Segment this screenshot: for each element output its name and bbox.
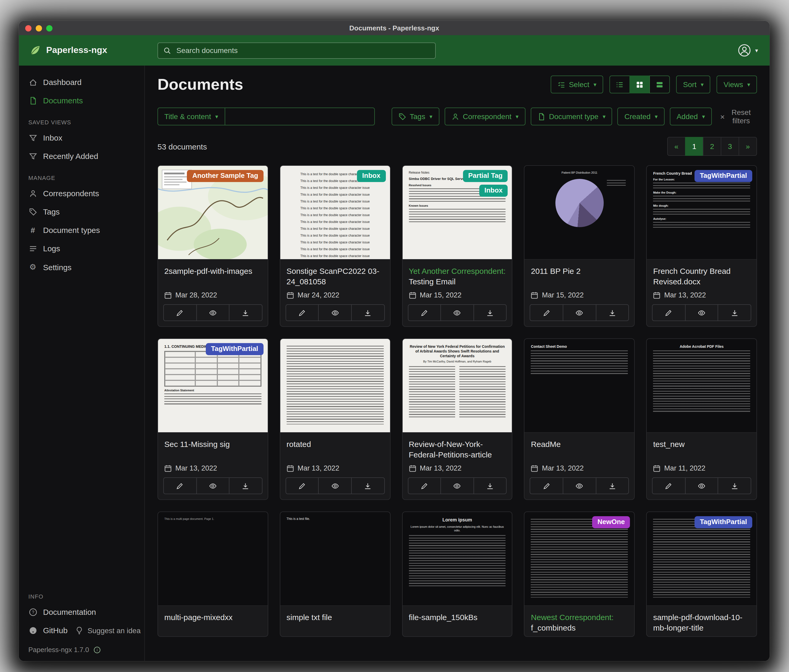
tag-badge[interactable]: NewOne bbox=[592, 516, 630, 528]
search-input[interactable] bbox=[175, 46, 430, 55]
document-card[interactable]: This is a test for the double space char… bbox=[280, 165, 391, 327]
document-card[interactable]: 1.1. CONTINUING MEDICAL EDUCAAttestation… bbox=[158, 338, 268, 500]
search-box[interactable] bbox=[158, 42, 436, 59]
sidebar-item-correspondents[interactable]: Correspondents bbox=[19, 184, 144, 202]
pagination-prev-button[interactable]: « bbox=[667, 137, 685, 156]
pagination-page-3[interactable]: 3 bbox=[721, 137, 739, 156]
tag-badge[interactable]: Inbox bbox=[479, 185, 508, 197]
card-thumbnail[interactable]: Lorem ipsumLorem ipsum dolor sit amet, c… bbox=[402, 512, 512, 606]
tag-badge[interactable]: Another Sample Tag bbox=[187, 170, 264, 182]
sidebar-item-github[interactable]: GitHub bbox=[19, 621, 70, 640]
document-card[interactable]: Release NotesSimba ODBC Driver for SQL S… bbox=[402, 165, 513, 327]
sort-button[interactable]: Sort ▾ bbox=[676, 76, 710, 93]
close-window-button[interactable] bbox=[25, 25, 32, 31]
select-button[interactable]: Select ▾ bbox=[550, 76, 603, 93]
document-card[interactable]: Adobe Acrobat PDF Files test_new Mar 11,… bbox=[646, 338, 757, 500]
card-title[interactable]: multi-page-mixedxx bbox=[158, 606, 268, 636]
download-document-button[interactable] bbox=[351, 305, 384, 320]
card-thumbnail[interactable]: TagWithPartial bbox=[647, 512, 757, 606]
view-document-button[interactable] bbox=[563, 305, 596, 320]
view-document-button[interactable] bbox=[685, 478, 718, 494]
edit-document-button[interactable] bbox=[408, 478, 441, 494]
card-title[interactable]: 2sample-pdf-with-images bbox=[158, 260, 268, 290]
card-title[interactable]: Newest Correspondent: f_combineds bbox=[525, 606, 634, 636]
card-title[interactable]: simple txt file bbox=[280, 606, 390, 636]
card-thumbnail[interactable] bbox=[280, 339, 390, 433]
card-correspondent[interactable]: Newest Correspondent: bbox=[531, 613, 614, 622]
view-mode-details-button[interactable] bbox=[610, 76, 630, 93]
view-document-button[interactable] bbox=[196, 478, 229, 494]
card-thumbnail[interactable]: NewOne bbox=[525, 512, 634, 606]
views-button[interactable]: Views ▾ bbox=[717, 76, 757, 93]
user-menu[interactable]: ▾ bbox=[738, 43, 770, 57]
view-mode-cards-button[interactable] bbox=[649, 76, 670, 93]
filter-created-button[interactable]: Created ▾ bbox=[618, 108, 664, 125]
sidebar-item-dashboard[interactable]: Dashboard bbox=[19, 73, 144, 91]
edit-document-button[interactable] bbox=[653, 478, 685, 494]
document-card[interactable]: Another Sample Tag 2sample-pdf-with-imag… bbox=[158, 165, 268, 327]
sidebar-item-document-types[interactable]: # Document types bbox=[19, 221, 144, 239]
filter-tags-button[interactable]: Tags ▾ bbox=[391, 108, 439, 125]
download-document-button[interactable] bbox=[596, 478, 628, 494]
download-document-button[interactable] bbox=[473, 478, 506, 494]
sidebar-item-recently-added[interactable]: Recently Added bbox=[19, 147, 144, 165]
view-document-button[interactable] bbox=[441, 478, 473, 494]
download-document-button[interactable] bbox=[473, 305, 506, 320]
sidebar-item-tags[interactable]: Tags bbox=[19, 202, 144, 221]
card-title[interactable]: 2011 BP Pie 2 bbox=[525, 260, 634, 290]
brand[interactable]: Paperless-ngx bbox=[29, 45, 145, 56]
edit-document-button[interactable] bbox=[286, 305, 318, 320]
document-card[interactable]: NewOne Newest Correspondent: f_combineds bbox=[524, 511, 635, 637]
sidebar-item-settings[interactable]: ⚙ Settings bbox=[19, 258, 144, 277]
view-document-button[interactable] bbox=[318, 305, 351, 320]
edit-document-button[interactable] bbox=[530, 478, 563, 494]
card-title[interactable]: sample-pdf-download-10-mb-longer-title bbox=[647, 606, 757, 636]
filter-field-button[interactable]: Title & content ▾ bbox=[158, 108, 225, 125]
card-title[interactable]: Sonstige ScanPC2022 03-24_081058 bbox=[280, 260, 390, 290]
document-card[interactable]: Patient BP Distribution 2011 2011 BP Pie… bbox=[524, 165, 635, 327]
filter-added-button[interactable]: Added ▾ bbox=[670, 108, 712, 125]
document-card[interactable]: Lorem ipsumLorem ipsum dolor sit amet, c… bbox=[402, 511, 513, 637]
card-correspondent[interactable]: Yet Another Correspondent: bbox=[409, 266, 506, 275]
document-card[interactable]: French Country BreadFor the Lesson:Make … bbox=[646, 165, 757, 327]
document-card[interactable]: This is a test file. simple txt file bbox=[280, 511, 391, 637]
edit-document-button[interactable] bbox=[164, 305, 196, 320]
pagination-page-2[interactable]: 2 bbox=[703, 137, 721, 156]
tag-badge[interactable]: Partial Tag bbox=[463, 170, 508, 182]
view-document-button[interactable] bbox=[563, 478, 596, 494]
card-thumbnail[interactable]: Adobe Acrobat PDF Files bbox=[647, 339, 757, 433]
card-thumbnail[interactable]: Patient BP Distribution 2011 bbox=[525, 166, 634, 260]
card-title[interactable]: Review-of-New-York-Federal-Petitions-art… bbox=[402, 433, 512, 463]
download-document-button[interactable] bbox=[596, 305, 628, 320]
edit-document-button[interactable] bbox=[653, 305, 685, 320]
download-document-button[interactable] bbox=[718, 305, 751, 320]
edit-document-button[interactable] bbox=[286, 478, 318, 494]
minimize-window-button[interactable] bbox=[36, 25, 42, 31]
card-title[interactable]: French Country Bread Revised.docx bbox=[647, 260, 757, 290]
sidebar-item-documentation[interactable]: ? Documentation bbox=[19, 603, 144, 621]
view-mode-grid-button[interactable] bbox=[629, 76, 650, 93]
card-thumbnail[interactable]: This is a test for the double space char… bbox=[280, 166, 390, 260]
card-thumbnail[interactable]: Another Sample Tag bbox=[158, 166, 268, 260]
info-circle-icon[interactable]: i bbox=[93, 646, 101, 653]
edit-document-button[interactable] bbox=[530, 305, 563, 320]
view-document-button[interactable] bbox=[441, 305, 473, 320]
document-card[interactable]: Contact Sheet Demo ReadMe Mar 13, 2022 bbox=[524, 338, 635, 500]
filter-query-input[interactable] bbox=[225, 108, 375, 125]
tag-badge[interactable]: TagWithPartial bbox=[206, 343, 264, 355]
document-card[interactable]: TagWithPartial sample-pdf-download-10-mb… bbox=[646, 511, 757, 637]
document-card[interactable]: This is a multi page document. Page 1. m… bbox=[158, 511, 268, 637]
sidebar-item-documents[interactable]: Documents bbox=[19, 91, 144, 110]
sidebar-item-logs[interactable]: Logs bbox=[19, 239, 144, 258]
zoom-window-button[interactable] bbox=[46, 25, 53, 31]
card-thumbnail[interactable]: 1.1. CONTINUING MEDICAL EDUCAAttestation… bbox=[158, 339, 268, 433]
tag-badge[interactable]: Inbox bbox=[357, 170, 386, 182]
download-document-button[interactable] bbox=[229, 478, 262, 494]
card-title[interactable]: ReadMe bbox=[525, 433, 634, 463]
download-document-button[interactable] bbox=[229, 305, 262, 320]
download-document-button[interactable] bbox=[718, 478, 751, 494]
reset-filters-button[interactable]: × Reset filters bbox=[717, 108, 757, 125]
download-document-button[interactable] bbox=[351, 478, 384, 494]
card-thumbnail[interactable]: French Country BreadFor the Lesson:Make … bbox=[647, 166, 757, 260]
tag-badge[interactable]: TagWithPartial bbox=[695, 516, 752, 528]
